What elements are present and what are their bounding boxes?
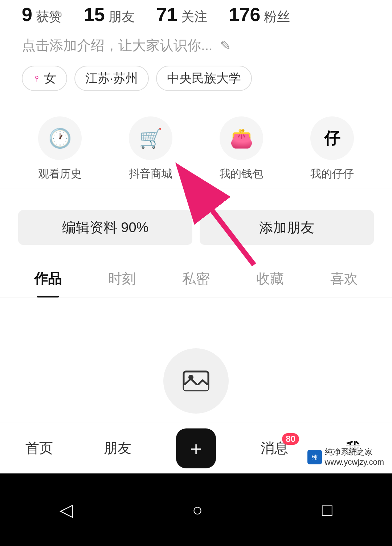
stat-following[interactable]: 71 关注 — [156, 4, 207, 26]
edit-profile-button[interactable]: 编辑资料 90% — [18, 210, 192, 245]
stat-following-label: 关注 — [181, 8, 207, 26]
watch-history-icon: 🕐 — [38, 116, 82, 160]
tab-favorites[interactable]: 收藏 — [233, 259, 307, 297]
stat-likes[interactable]: 9 获赞 — [22, 4, 62, 26]
nav-friends[interactable]: 朋友 — [78, 439, 157, 457]
nav-plus[interactable]: ＋ — [157, 428, 235, 468]
stat-followers-label: 粉丝 — [264, 8, 290, 26]
stat-followers[interactable]: 176 粉丝 — [229, 4, 290, 26]
shop-label: 抖音商城 — [129, 167, 172, 181]
nav-friends-label: 朋友 — [104, 439, 131, 457]
tag-location[interactable]: 江苏·苏州 — [74, 66, 149, 91]
stat-friends[interactable]: 15 朋友 — [84, 4, 135, 26]
watermark-icon: 纯 — [307, 450, 322, 464]
nav-home-label: 首页 — [25, 439, 53, 457]
stat-friends-label: 朋友 — [109, 8, 135, 26]
quick-actions-row: 🕐 观看历史 🛒 抖音商城 👛 我的钱包 仔 我的仔仔 — [0, 106, 392, 189]
watermark-text: 纯净系统之家 www.ycwjzy.com — [325, 447, 384, 468]
bio-section[interactable]: 点击添加介绍，让大家认识你... ✎ — [0, 29, 392, 66]
gender-icon: ♀ — [33, 72, 41, 85]
wallet-icon: 👛 — [220, 116, 263, 160]
android-home-button[interactable]: ○ — [192, 500, 203, 520]
android-navbar: ◁ ○ □ — [0, 473, 392, 546]
message-badge-count: 80 — [282, 433, 299, 445]
action-wallet[interactable]: 👛 我的钱包 — [220, 116, 263, 181]
tag-school[interactable]: 中央民族大学 — [156, 66, 252, 91]
stat-likes-number: 9 — [22, 4, 32, 25]
stat-following-number: 71 — [156, 4, 177, 25]
tab-likes[interactable]: 喜欢 — [307, 259, 381, 297]
plus-button[interactable]: ＋ — [176, 428, 216, 468]
tag-gender-label: 女 — [44, 70, 56, 87]
messages-badge-wrapper: 消息 80 — [261, 439, 288, 457]
tag-gender[interactable]: ♀ 女 — [22, 66, 67, 91]
tab-private[interactable]: 私密 — [159, 259, 233, 297]
tag-location-label: 江苏·苏州 — [85, 70, 138, 87]
android-recent-button[interactable]: □ — [322, 500, 332, 520]
button-row: 编辑资料 90% 添加朋友 — [0, 203, 392, 259]
stat-followers-number: 176 — [229, 4, 261, 25]
action-zaizai[interactable]: 仔 我的仔仔 — [310, 116, 354, 181]
tab-works[interactable]: 作品 — [11, 259, 85, 297]
upload-icon[interactable] — [163, 348, 229, 414]
edit-bio-icon[interactable]: ✎ — [220, 38, 231, 53]
stats-bar: 9 获赞 15 朋友 71 关注 176 粉丝 — [0, 0, 392, 29]
svg-text:纯: 纯 — [312, 454, 318, 460]
nav-home[interactable]: 首页 — [0, 439, 78, 457]
watermark: 纯 纯净系统之家 www.ycwjzy.com — [303, 445, 388, 470]
tag-school-label: 中央民族大学 — [167, 70, 241, 87]
scroll-dot — [185, 195, 207, 197]
tags-row: ♀ 女 江苏·苏州 中央民族大学 — [0, 66, 392, 106]
scroll-indicator — [0, 189, 392, 203]
nav-messages[interactable]: 消息 80 — [235, 439, 314, 457]
stat-likes-label: 获赞 — [36, 8, 62, 26]
watch-history-label: 观看历史 — [38, 167, 82, 181]
action-shop[interactable]: 🛒 抖音商城 — [129, 116, 172, 181]
add-friend-button[interactable]: 添加朋友 — [200, 210, 374, 245]
zaizai-icon: 仔 — [310, 116, 354, 160]
tab-moments[interactable]: 时刻 — [85, 259, 159, 297]
wallet-label: 我的钱包 — [220, 167, 263, 181]
stat-friends-number: 15 — [84, 4, 105, 25]
bio-placeholder: 点击添加介绍，让大家认识你... — [22, 36, 213, 55]
tabs-row: 作品 时刻 私密 收藏 喜欢 — [0, 259, 392, 297]
shop-icon: 🛒 — [129, 116, 172, 160]
android-back-button[interactable]: ◁ — [60, 500, 73, 520]
plus-icon: ＋ — [187, 436, 205, 461]
zaizai-label: 我的仔仔 — [310, 167, 354, 181]
action-watch-history[interactable]: 🕐 观看历史 — [38, 116, 82, 181]
